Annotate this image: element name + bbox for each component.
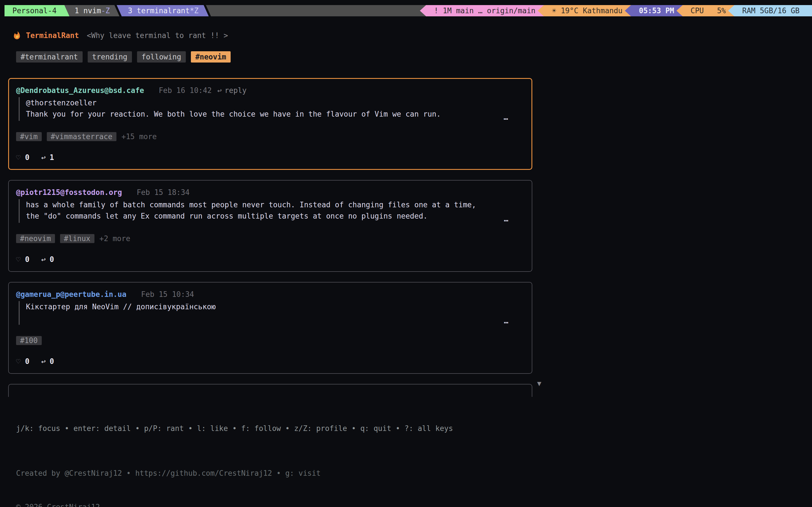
post-line: the "do" commands let any Ex command run… bbox=[26, 210, 524, 222]
reply-icon[interactable]: ↩ bbox=[41, 152, 46, 163]
window-flag: *Z bbox=[190, 6, 199, 15]
post-header: @gamerua_p@peertube.in.ua Feb 15 10:34 bbox=[16, 289, 524, 300]
more-actions-icon[interactable]: … bbox=[504, 213, 509, 224]
post-content: @thorstenzoeller Thank you for your reac… bbox=[18, 97, 524, 121]
post-tags: #neovim #linux +2 more bbox=[16, 234, 524, 243]
window-label: 1 nvim bbox=[75, 6, 101, 15]
more-actions-icon[interactable]: … bbox=[504, 315, 509, 327]
reply-label: reply bbox=[224, 86, 246, 95]
post-date: Feb 16 10:42 bbox=[159, 85, 212, 96]
tmux-status-bar: Personal-4 1 nvim-Z 3 terminalrant*Z ! 1… bbox=[0, 5, 812, 16]
reply-count: 1 bbox=[50, 152, 54, 163]
tag-chip[interactable]: #neovim bbox=[16, 234, 55, 243]
post-content: Кікстартер для NeoVim // дописівукраїнсь… bbox=[18, 301, 524, 325]
tag-chip[interactable]: #linux bbox=[60, 234, 94, 243]
window-flag: -Z bbox=[101, 6, 110, 15]
post-author[interactable]: @Dendrobatus_Azureus@bsd.cafe bbox=[16, 85, 144, 96]
post-header: @Dendrobatus_Azureus@bsd.cafe Feb 16 10:… bbox=[16, 85, 524, 96]
post-tags: #vim #vimmasterrace +15 more bbox=[16, 132, 524, 141]
more-actions-icon[interactable]: … bbox=[504, 112, 509, 123]
git-status-segment: ! 1M main … origin/main bbox=[420, 5, 544, 16]
weather-text: 19°C Kathmandu bbox=[561, 6, 622, 15]
heart-icon[interactable]: ♡ bbox=[16, 356, 20, 367]
like-count: 0 bbox=[25, 356, 30, 367]
post-date: Feb 15 18:34 bbox=[137, 187, 190, 198]
tab-terminalrant[interactable]: #terminalrant bbox=[16, 51, 83, 62]
post-line: Кікстартер для NeoVim // дописівукраїнсь… bbox=[26, 301, 524, 313]
heart-icon[interactable]: ♡ bbox=[16, 254, 20, 265]
app-credits: Created by @CrestNiraj12 • https://githu… bbox=[16, 445, 320, 507]
tmux-session-tab[interactable]: Personal-4 bbox=[4, 5, 70, 16]
post-card[interactable]: @piotr1215@fosstodon.org Feb 15 18:34 ha… bbox=[8, 180, 532, 272]
reply-indicator: ↩reply bbox=[217, 85, 247, 96]
post-header: @piotr1215@fosstodon.org Feb 15 18:34 bbox=[16, 187, 524, 198]
created-by-line: Created by @CrestNiraj12 • https://githu… bbox=[16, 467, 320, 479]
reply-count: 0 bbox=[50, 356, 54, 367]
heart-icon[interactable]: ♡ bbox=[16, 152, 20, 163]
like-count: 0 bbox=[25, 254, 30, 265]
copyright-line: © 2026 CrestNiraj12 bbox=[16, 501, 320, 507]
post-line: @thorstenzoeller bbox=[26, 97, 524, 108]
app-title: TerminalRant bbox=[26, 30, 79, 41]
more-tags-label: +15 more bbox=[121, 131, 157, 142]
app-header: TerminalRant <Why leave terminal to rant… bbox=[12, 29, 228, 42]
post-date: Feb 15 10:34 bbox=[141, 289, 194, 300]
reply-icon[interactable]: ↩ bbox=[41, 254, 46, 265]
post-author[interactable]: @piotr1215@fosstodon.org bbox=[16, 187, 122, 198]
like-count: 0 bbox=[25, 152, 30, 163]
app-tagline: <Why leave terminal to rant !! > bbox=[87, 30, 228, 41]
feed-tabs: #terminalrant trending following #neovim bbox=[16, 51, 231, 62]
post-card[interactable]: @Dendrobatus_Azureus@bsd.cafe Feb 16 10:… bbox=[8, 78, 532, 170]
tab-trending[interactable]: trending bbox=[88, 51, 132, 62]
tag-chip[interactable]: #100 bbox=[16, 336, 42, 345]
weather-segment: ☀19°C Kathmandu bbox=[538, 5, 631, 16]
more-tags-label: +2 more bbox=[100, 233, 131, 244]
scroll-down-icon: ▼ bbox=[537, 378, 541, 389]
post-tags: #100 bbox=[16, 336, 524, 345]
ram-segment: RAM 5GB/16 GB bbox=[728, 5, 812, 16]
post-stats: ♡ 0 ↩ 0 bbox=[16, 356, 524, 367]
post-content: has a whole family of batch commands mos… bbox=[18, 199, 524, 223]
tag-chip[interactable]: #vim bbox=[16, 132, 42, 141]
reply-icon: ↩ bbox=[217, 86, 222, 95]
post-feed: @Dendrobatus_Azureus@bsd.cafe Feb 16 10:… bbox=[8, 78, 532, 397]
post-stats: ♡ 0 ↩ 1 bbox=[16, 152, 524, 163]
tmux-window-tab-nvim[interactable]: 1 nvim-Z bbox=[64, 5, 119, 16]
post-author[interactable]: @gamerua_p@peertube.in.ua bbox=[16, 289, 126, 300]
clock-segment: 05:53 PM bbox=[625, 5, 682, 16]
post-card-partial[interactable] bbox=[8, 384, 532, 397]
tab-following[interactable]: following bbox=[137, 51, 186, 62]
tag-chip[interactable]: #vimmasterrace bbox=[47, 132, 116, 141]
tmux-bar-filler bbox=[206, 5, 426, 16]
post-line: Thank you for your reaction. We both lov… bbox=[26, 108, 524, 120]
keybindings-help: j/k: focus • enter: detail • p/P: rant •… bbox=[16, 423, 453, 434]
tmux-window-tab-terminalrant[interactable]: 3 terminalrant*Z bbox=[117, 5, 209, 16]
post-stats: ♡ 0 ↩ 0 bbox=[16, 254, 524, 265]
window-label: 3 terminalrant bbox=[128, 6, 190, 15]
cpu-segment: CPU 5% bbox=[676, 5, 734, 16]
flame-icon bbox=[12, 30, 21, 41]
sun-icon: ☀ bbox=[552, 6, 556, 15]
tab-neovim[interactable]: #neovim bbox=[191, 51, 231, 62]
reply-icon[interactable]: ↩ bbox=[41, 356, 46, 367]
post-card[interactable]: @gamerua_p@peertube.in.ua Feb 15 10:34 К… bbox=[8, 282, 532, 374]
post-line: has a whole family of batch commands mos… bbox=[26, 199, 524, 210]
reply-count: 0 bbox=[50, 254, 54, 265]
